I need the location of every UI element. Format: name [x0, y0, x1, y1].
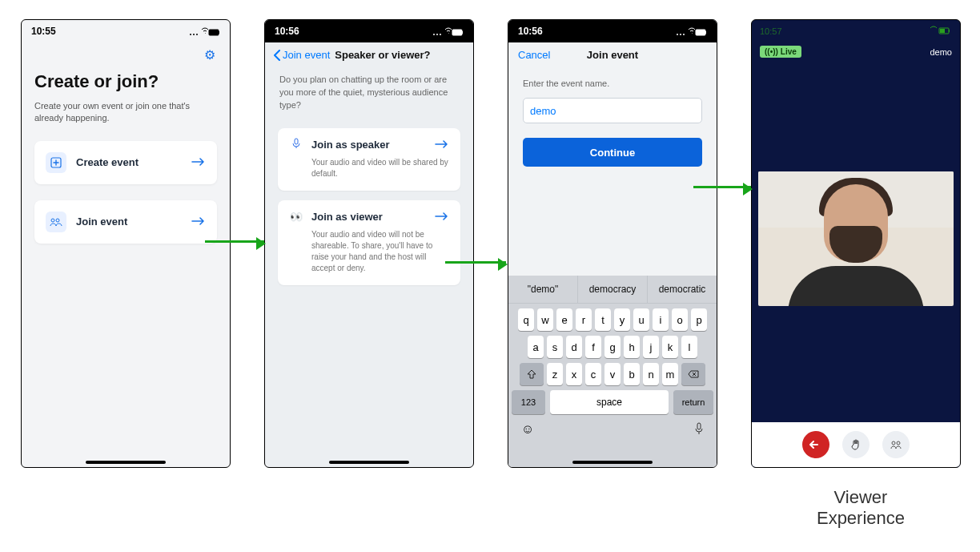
back-label: Join event — [283, 49, 330, 61]
viewer-title: Join as viewer — [311, 211, 383, 223]
arrow-right-icon — [435, 210, 449, 224]
caption-label: Viewer Experience — [801, 487, 921, 529]
suggestion-item[interactable]: democratic — [648, 276, 717, 303]
raise-hand-button[interactable] — [842, 431, 870, 458]
screen-create-or-join: 10:55 ⚙ Create or join? Create your own … — [21, 19, 231, 468]
page-subtitle: Create your own event or join one that's… — [34, 100, 203, 125]
status-time: 10:56 — [275, 26, 299, 37]
key-b[interactable]: b — [624, 363, 640, 385]
key-q[interactable]: q — [518, 308, 534, 331]
svg-point-9 — [436, 34, 438, 35]
join-as-speaker-button[interactable]: Join as speaker Your audio and video wil… — [278, 128, 460, 191]
keyboard[interactable]: "demo" democracy democratic qwertyuiop a… — [508, 276, 717, 467]
keyboard-row-1: qwertyuiop — [512, 308, 713, 331]
dictation-key[interactable] — [694, 422, 704, 438]
key-k[interactable]: k — [662, 336, 678, 358]
suggestion-item[interactable]: democracy — [578, 276, 648, 303]
key-m[interactable]: m — [662, 363, 678, 385]
svg-point-16 — [683, 34, 685, 35]
create-event-label: Create event — [76, 156, 139, 168]
svg-point-15 — [680, 34, 681, 35]
people-icon — [46, 212, 66, 232]
svg-point-8 — [433, 34, 435, 35]
svg-rect-3 — [209, 30, 219, 35]
key-z[interactable]: z — [547, 363, 563, 385]
speaker-title: Join as speaker — [311, 139, 390, 151]
join-event-button[interactable]: Join event — [34, 200, 217, 244]
key-u[interactable]: u — [633, 308, 649, 331]
key-v[interactable]: v — [604, 363, 621, 385]
key-j[interactable]: j — [643, 336, 659, 358]
key-e[interactable]: e — [556, 308, 572, 331]
key-l[interactable]: l — [681, 336, 697, 358]
eyes-icon: 👀 — [289, 211, 303, 223]
key-r[interactable]: r — [576, 308, 592, 331]
key-i[interactable]: i — [653, 308, 669, 331]
speaker-video-tile[interactable] — [758, 171, 954, 306]
screen-join-event-entry: 10:56 Cancel Join event Enter the event … — [508, 19, 717, 468]
svg-point-24 — [897, 441, 900, 445]
create-event-button[interactable]: Create event — [34, 141, 217, 184]
flow-arrow-icon — [445, 261, 506, 264]
join-as-viewer-button[interactable]: 👀 Join as viewer Your audio and video wi… — [278, 200, 460, 285]
svg-rect-13 — [295, 139, 298, 144]
back-button[interactable]: Join event — [273, 49, 330, 61]
keyboard-row-3: zxcvbnm — [512, 363, 713, 385]
key-f[interactable]: f — [585, 336, 601, 358]
svg-rect-11 — [452, 30, 462, 35]
svg-point-10 — [440, 34, 441, 35]
participants-button[interactable] — [882, 431, 910, 458]
svg-point-2 — [196, 34, 198, 35]
return-key[interactable]: return — [673, 390, 713, 414]
home-indicator — [816, 461, 896, 464]
status-bar: 10:57 — [752, 20, 960, 42]
key-g[interactable]: g — [604, 336, 621, 358]
key-n[interactable]: n — [643, 363, 659, 385]
viewer-desc: Your audio and video will not be shareab… — [311, 229, 449, 274]
emoji-key[interactable]: ☺ — [521, 422, 534, 438]
svg-point-6 — [51, 219, 54, 222]
home-indicator — [329, 461, 409, 464]
suggestion-item[interactable]: "demo" — [508, 276, 578, 303]
event-name-input[interactable] — [523, 98, 702, 123]
key-a[interactable]: a — [528, 336, 544, 358]
key-h[interactable]: h — [624, 336, 640, 358]
status-time: 10:55 — [31, 26, 56, 37]
svg-point-14 — [677, 34, 678, 35]
page-description: Do you plan on chatting up the room or a… — [265, 67, 473, 119]
status-time: 10:56 — [518, 26, 543, 37]
key-o[interactable]: o — [672, 308, 688, 331]
numbers-key[interactable]: 123 — [512, 390, 545, 414]
key-p[interactable]: p — [691, 308, 707, 331]
join-event-label: Join event — [76, 216, 127, 228]
status-bar: 10:56 — [508, 20, 717, 42]
cancel-button[interactable]: Cancel — [518, 49, 550, 61]
svg-point-0 — [190, 34, 191, 35]
arrow-right-icon — [435, 138, 449, 152]
key-c[interactable]: c — [585, 363, 601, 385]
space-key[interactable]: space — [550, 390, 669, 414]
key-y[interactable]: y — [614, 308, 630, 331]
status-time: 10:57 — [760, 26, 782, 36]
keyboard-suggestions[interactable]: "demo" democracy democratic — [508, 276, 717, 304]
continue-button[interactable]: Continue — [523, 138, 702, 167]
svg-rect-17 — [696, 30, 705, 35]
key-d[interactable]: d — [566, 336, 582, 358]
status-icons — [432, 26, 464, 37]
speaker-desc: Your audio and video will be shared by d… — [311, 157, 449, 179]
page-title: Create or join? — [34, 71, 217, 92]
key-x[interactable]: x — [566, 363, 582, 385]
key-t[interactable]: t — [595, 308, 611, 331]
settings-gear-icon[interactable]: ⚙ — [204, 47, 215, 62]
status-icons — [928, 26, 952, 37]
screen-speaker-or-viewer: 10:56 Join event Speaker or viewer? Do y… — [264, 19, 474, 468]
leave-button[interactable] — [802, 431, 829, 458]
key-s[interactable]: s — [547, 336, 563, 358]
home-indicator — [86, 461, 166, 464]
svg-point-1 — [193, 34, 195, 35]
shift-key[interactable] — [520, 363, 544, 385]
event-name-label: demo — [930, 47, 952, 57]
backspace-key[interactable] — [681, 363, 705, 385]
key-w[interactable]: w — [537, 308, 553, 331]
video-stage — [752, 61, 960, 422]
